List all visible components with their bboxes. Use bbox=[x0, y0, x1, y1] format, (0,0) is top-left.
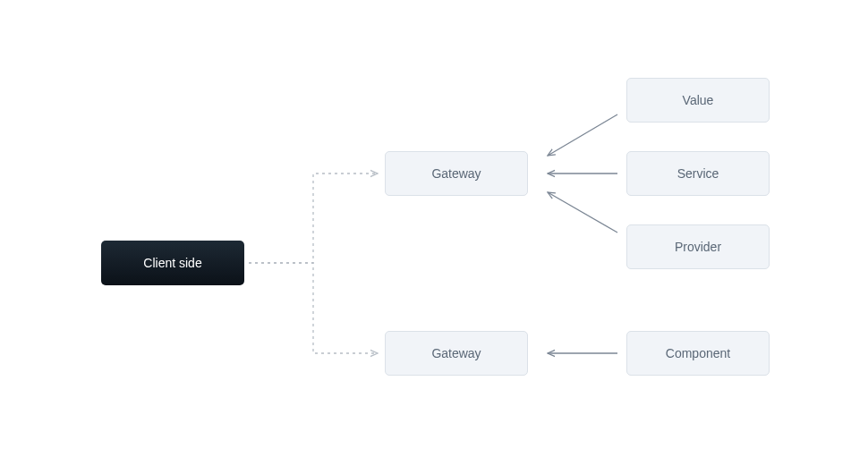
node-gateway-bottom-label: Gateway bbox=[431, 346, 481, 360]
node-component-label: Component bbox=[666, 346, 730, 360]
connector-client-to-gateway-top bbox=[249, 173, 378, 263]
node-gateway-bottom: Gateway bbox=[385, 331, 528, 376]
connector-provider-to-gateway bbox=[548, 192, 617, 233]
node-provider: Provider bbox=[626, 224, 770, 269]
connector-client-to-gateway-bottom bbox=[249, 263, 378, 353]
node-value: Value bbox=[626, 78, 770, 123]
node-gateway-top-label: Gateway bbox=[431, 166, 481, 181]
node-service-label: Service bbox=[677, 166, 719, 181]
node-service: Service bbox=[626, 151, 770, 196]
node-provider-label: Provider bbox=[675, 240, 721, 254]
node-client-side-label: Client side bbox=[143, 256, 201, 270]
node-client-side: Client side bbox=[101, 241, 244, 285]
node-gateway-top: Gateway bbox=[385, 151, 528, 196]
node-value-label: Value bbox=[683, 93, 714, 107]
node-component: Component bbox=[626, 331, 770, 376]
connector-value-to-gateway bbox=[548, 114, 617, 156]
